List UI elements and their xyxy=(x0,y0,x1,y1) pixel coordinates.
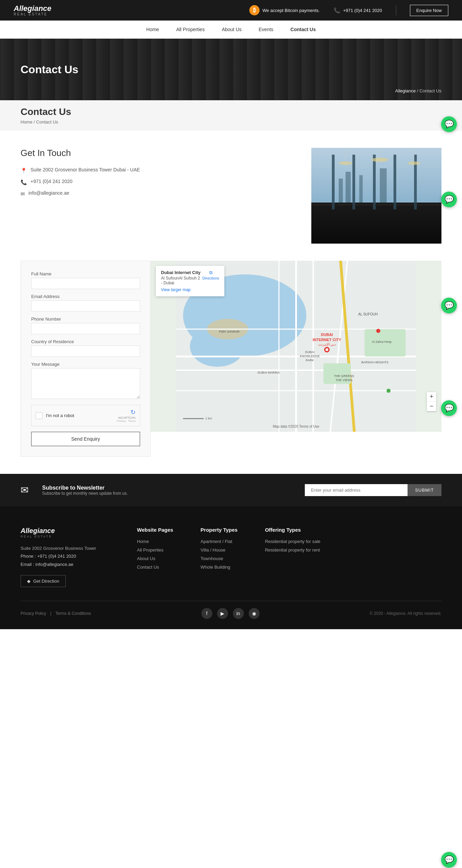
whatsapp-float-1[interactable]: 💬 xyxy=(441,116,457,132)
logo-main: Allegiance xyxy=(14,5,51,12)
newsletter-form: SUBMIT xyxy=(305,484,441,496)
contact-info: Get In Touch 📍 Suite 2002 Grosvenor Busi… xyxy=(21,148,291,202)
youtube-icon[interactable]: ▶ xyxy=(217,608,228,619)
send-enquiry-button[interactable]: Send Enquiry xyxy=(31,432,140,446)
office-image-inner xyxy=(311,148,441,244)
nav-properties[interactable]: All Properties xyxy=(176,27,204,32)
footer-prop-townhouse[interactable]: Townhouse xyxy=(201,556,238,561)
footer-offering-sale[interactable]: Residential property for sale xyxy=(265,539,321,544)
email-group: Email Address xyxy=(31,294,140,312)
footer-email-label: Email : xyxy=(21,562,34,567)
phone-group: Phone Number xyxy=(31,316,140,334)
zoom-in-button[interactable]: + xyxy=(427,392,436,402)
hero-title: Contact Us xyxy=(21,63,78,76)
svg-text:1 km: 1 km xyxy=(205,417,212,420)
instagram-icon[interactable]: ◉ xyxy=(249,608,260,619)
map-container: DUBAI INTERNET CITY دبي الإنترنت AL SUFO… xyxy=(151,261,441,432)
footer-link-home[interactable]: Home xyxy=(137,539,173,544)
privacy-policy-link[interactable]: Privacy Policy xyxy=(21,611,46,616)
svg-rect-17 xyxy=(311,204,441,205)
svg-text:DUBAI: DUBAI xyxy=(305,350,315,354)
email-input[interactable] xyxy=(31,300,140,312)
directions-label[interactable]: Directions xyxy=(202,276,219,280)
bitcoin-text: We accept Bitcoin payments. xyxy=(262,8,320,13)
svg-text:دبي الإنترنت: دبي الإنترنت xyxy=(318,342,336,347)
footer-links: Privacy Policy | Terms & Conditions xyxy=(21,611,91,616)
phone-input[interactable] xyxy=(31,323,140,334)
zoom-out-button[interactable]: − xyxy=(427,402,436,411)
breadcrumb: Home / Contact Us xyxy=(21,119,441,125)
whatsapp-float-2[interactable]: 💬 xyxy=(441,192,457,207)
nav-home[interactable]: Home xyxy=(146,27,159,32)
footer-link-properties[interactable]: All Properties xyxy=(137,547,173,553)
divider xyxy=(396,5,396,15)
whatsapp-float-3[interactable]: 💬 xyxy=(441,298,457,313)
linkedin-icon[interactable]: in xyxy=(233,608,244,619)
svg-rect-13 xyxy=(339,179,343,203)
map-zoom-controls: + − xyxy=(427,392,436,411)
newsletter-title: Subscribe to Newsletter xyxy=(42,485,128,491)
footer-offering-rent[interactable]: Residential property for rent xyxy=(265,547,321,553)
page-title: Contact Us xyxy=(21,106,441,117)
hero-bc-home[interactable]: Allegiance xyxy=(395,88,416,93)
svg-rect-4 xyxy=(373,155,376,209)
svg-point-50 xyxy=(387,389,391,393)
svg-rect-2 xyxy=(332,155,335,209)
get-direction-button[interactable]: ◆ Get Direction xyxy=(21,575,66,587)
facebook-icon[interactable]: f xyxy=(201,608,212,619)
contact-form-card: Full Name Email Address Phone Number Cou… xyxy=(21,261,151,457)
office-image xyxy=(311,148,441,244)
footer-prop-apartment[interactable]: Apartment / Flat xyxy=(201,539,238,544)
address-text: Suite 2002 Grosvenor Business Tower Duba… xyxy=(30,167,140,172)
newsletter-email-input[interactable] xyxy=(305,484,408,496)
terms-link[interactable]: Terms & Conditions xyxy=(55,611,91,616)
office-svg xyxy=(311,148,441,244)
recaptcha-checkbox[interactable] xyxy=(36,412,42,419)
svg-rect-14 xyxy=(346,172,351,203)
svg-rect-5 xyxy=(394,155,396,209)
newsletter-section: ✉ Subscribe to Newsletter Subscribe to g… xyxy=(0,474,462,506)
get-in-touch-title: Get In Touch xyxy=(21,148,291,158)
whatsapp-icon-1: 💬 xyxy=(445,120,454,129)
country-input[interactable] xyxy=(31,346,140,357)
message-textarea[interactable] xyxy=(31,368,140,399)
direction-icon: ◆ xyxy=(27,579,30,584)
phone-item: 📞 +971 (0)4 241 2020 xyxy=(21,179,291,185)
footer-col-website-list: Home All Properties About Us Contact Us xyxy=(137,539,173,570)
recaptcha-row[interactable]: I'm not a robot ↻ reCAPTCHA Privacy - Te… xyxy=(31,405,140,426)
svg-text:INTERNET CITY: INTERNET CITY xyxy=(313,338,341,342)
svg-point-10 xyxy=(371,158,388,162)
whatsapp-float-4[interactable]: 💬 xyxy=(441,400,457,416)
svg-point-8 xyxy=(339,161,352,165)
nav-contact[interactable]: Contact Us xyxy=(290,27,316,32)
footer-col-property: Property Types Apartment / Flat Villa / … xyxy=(201,527,238,587)
recaptcha-label: I'm not a robot xyxy=(46,413,113,418)
svg-rect-51 xyxy=(183,418,204,419)
bc-current: Contact Us xyxy=(36,119,58,125)
footer-link-about[interactable]: About Us xyxy=(137,556,173,561)
bc-home[interactable]: Home xyxy=(21,119,33,125)
footer-address: Suite 2002 Grosvenor Business Tower xyxy=(21,544,116,552)
footer-cols: Website Pages Home All Properties About … xyxy=(137,527,441,587)
enquire-button[interactable]: Enquire Now xyxy=(410,5,448,16)
newsletter-submit-button[interactable]: SUBMIT xyxy=(408,484,441,496)
footer-phone: +971 (0)4 241 2020 xyxy=(37,554,76,559)
nav-about[interactable]: About Us xyxy=(222,27,242,32)
footer-link-contact[interactable]: Contact Us xyxy=(137,565,173,570)
newsletter-sub: Subscribe to get monthly news update fro… xyxy=(42,491,128,496)
message-label: Your Message xyxy=(31,362,140,367)
nav-events[interactable]: Events xyxy=(259,27,273,32)
full-name-group: Full Name xyxy=(31,271,140,289)
footer-prop-building[interactable]: Whole Building xyxy=(201,565,238,570)
svg-text:Al Zahra Hosp: Al Zahra Hosp xyxy=(372,340,392,344)
svg-text:DUBAI MARINA: DUBAI MARINA xyxy=(258,371,280,374)
full-name-input[interactable] xyxy=(31,278,140,289)
whatsapp-icon-3: 💬 xyxy=(445,301,454,310)
footer-bottom: Privacy Policy | Terms & Conditions f ▶ … xyxy=(21,601,441,619)
footer-prop-villa[interactable]: Villa / House xyxy=(201,547,238,553)
footer-link-sep: | xyxy=(50,611,51,616)
map-popup-title: Dubai Internet City xyxy=(161,270,202,275)
map-larger-link[interactable]: View larger map xyxy=(161,287,190,292)
whatsapp-icon-4: 💬 xyxy=(445,404,454,413)
hero-bc-current: Contact Us xyxy=(420,88,441,93)
